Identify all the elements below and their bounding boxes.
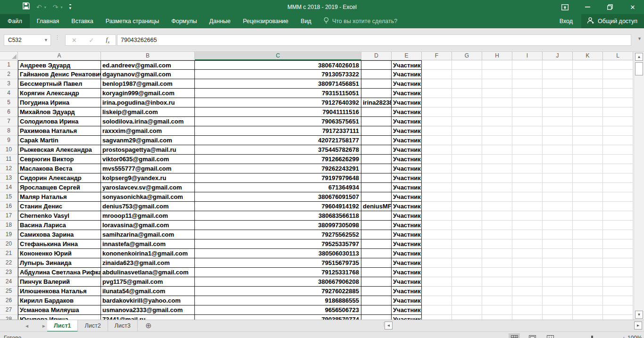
cell-empty[interactable]	[512, 268, 543, 277]
cell-extra[interactable]	[361, 192, 392, 202]
cell-empty[interactable]	[543, 117, 573, 126]
cell-status[interactable]: Участник	[392, 164, 422, 173]
cell-name[interactable]: Солодилова Ирина	[18, 117, 101, 126]
cell-name[interactable]: Михайлов Эдуард	[18, 107, 101, 117]
cell-name[interactable]: Корягин Александр	[18, 89, 101, 98]
row-header-11[interactable]: 11	[0, 155, 18, 164]
cell-empty[interactable]	[452, 79, 482, 89]
cell-empty[interactable]	[452, 249, 482, 258]
row-header-15[interactable]: 15	[0, 192, 18, 202]
cell-extra[interactable]	[361, 183, 392, 192]
row-header-6[interactable]: 6	[0, 107, 18, 117]
cell-phone[interactable]: 9186886555	[195, 296, 361, 305]
cell-phone[interactable]: 79515679735	[195, 258, 361, 268]
cell-empty[interactable]	[482, 60, 512, 70]
cell-empty[interactable]	[573, 296, 603, 305]
cell-extra[interactable]	[361, 296, 392, 305]
scroll-down-icon[interactable]: ▼	[635, 311, 643, 319]
row-header-3[interactable]: 3	[0, 79, 18, 89]
cell-name[interactable]: Пинчук Валерий	[18, 277, 101, 287]
cell-extra[interactable]	[361, 221, 392, 230]
cell-empty[interactable]	[452, 202, 482, 211]
cell-empty[interactable]	[512, 305, 543, 315]
cell-extra[interactable]	[361, 258, 392, 268]
row-header-8[interactable]: 8	[0, 126, 18, 136]
cell-extra[interactable]	[361, 70, 392, 79]
row-header-5[interactable]: 5	[0, 98, 18, 107]
cell-phone[interactable]: 79604914192	[195, 202, 361, 211]
cell-empty[interactable]	[512, 70, 543, 79]
cell-status[interactable]: Участник	[392, 268, 422, 277]
cell-status[interactable]: Участник	[392, 98, 422, 107]
cell-empty[interactable]	[482, 145, 512, 155]
cell-empty[interactable]	[603, 155, 633, 164]
cell-empty[interactable]	[452, 296, 482, 305]
cell-empty[interactable]	[482, 70, 512, 79]
cell-phone[interactable]: 79126626299	[195, 155, 361, 164]
cell-status[interactable]: Участник	[392, 258, 422, 268]
row-header-17[interactable]: 17	[0, 211, 18, 221]
insert-function-icon[interactable]: fx	[106, 36, 110, 44]
cell-status[interactable]: Участник	[392, 173, 422, 183]
cell-empty[interactable]	[603, 315, 633, 320]
row-header-9[interactable]: 9	[0, 136, 18, 145]
cell-empty[interactable]	[512, 107, 543, 117]
cell-empty[interactable]	[422, 126, 452, 136]
cell-extra[interactable]	[361, 89, 392, 98]
cell-email[interactable]: benlop1987@gmail.com	[101, 79, 195, 89]
row-header-22[interactable]: 22	[0, 258, 18, 268]
cell-empty[interactable]	[452, 230, 482, 239]
row-header-2[interactable]: 2	[0, 70, 18, 79]
cell-empty[interactable]	[603, 98, 633, 107]
name-box[interactable]: C532 ▼	[4, 34, 51, 46]
cell-name[interactable]: Самихова Зарина	[18, 230, 101, 239]
cell-empty[interactable]	[452, 89, 482, 98]
share-button[interactable]: Общий доступ	[581, 14, 644, 28]
cell-phone[interactable]: 380971456851	[195, 79, 361, 89]
cell-empty[interactable]	[603, 136, 633, 145]
column-header-H[interactable]: H	[482, 52, 512, 60]
cell-empty[interactable]	[482, 79, 512, 89]
cell-empty[interactable]	[603, 258, 633, 268]
cell-empty[interactable]	[482, 315, 512, 320]
cell-empty[interactable]	[573, 277, 603, 287]
cell-empty[interactable]	[452, 192, 482, 202]
cell-empty[interactable]	[573, 145, 603, 155]
cell-empty[interactable]	[512, 249, 543, 258]
cell-name[interactable]: Маслакова Веста	[18, 164, 101, 173]
cell-empty[interactable]	[422, 268, 452, 277]
cell-empty[interactable]	[573, 98, 603, 107]
cell-extra[interactable]	[361, 315, 392, 320]
cell-empty[interactable]	[543, 315, 573, 320]
sheet-tab-лист3[interactable]: Лист3	[108, 320, 138, 332]
cell-empty[interactable]	[422, 117, 452, 126]
cell-name[interactable]: Chernenko Vasyl	[18, 211, 101, 221]
cell-empty[interactable]	[512, 98, 543, 107]
cell-empty[interactable]	[573, 155, 603, 164]
cell-empty[interactable]	[543, 258, 573, 268]
cell-empty[interactable]	[452, 287, 482, 296]
cell-name[interactable]: Станин Денис	[18, 202, 101, 211]
row-header-1[interactable]: 1	[0, 60, 18, 70]
cell-extra[interactable]	[361, 249, 392, 258]
page-break-view-icon[interactable]	[544, 333, 556, 338]
cell-empty[interactable]	[482, 202, 512, 211]
cell-status[interactable]: Участник	[392, 60, 422, 70]
cell-empty[interactable]	[573, 126, 603, 136]
row-header-18[interactable]: 18	[0, 221, 18, 230]
sheet-tab-лист2[interactable]: Лист2	[78, 320, 108, 332]
cell-empty[interactable]	[603, 70, 633, 79]
cell-empty[interactable]	[573, 221, 603, 230]
ribbon-tab-7[interactable]: Вид	[294, 14, 318, 28]
cell-name[interactable]: Абдулина Светлана Рифкатовна	[18, 268, 101, 277]
cell-empty[interactable]	[422, 239, 452, 249]
cell-extra[interactable]	[361, 164, 392, 173]
cell-email[interactable]: innastefa@gmail.com	[101, 239, 195, 249]
sheet-nav-right-icon[interactable]: ►	[42, 323, 46, 329]
cell-email[interactable]: kononenkoirina1@gmail.com	[101, 249, 195, 258]
column-header-K[interactable]: K	[573, 52, 603, 60]
cell-empty[interactable]	[482, 173, 512, 183]
cell-empty[interactable]	[603, 173, 633, 183]
cell-empty[interactable]	[452, 70, 482, 79]
cell-empty[interactable]	[573, 117, 603, 126]
